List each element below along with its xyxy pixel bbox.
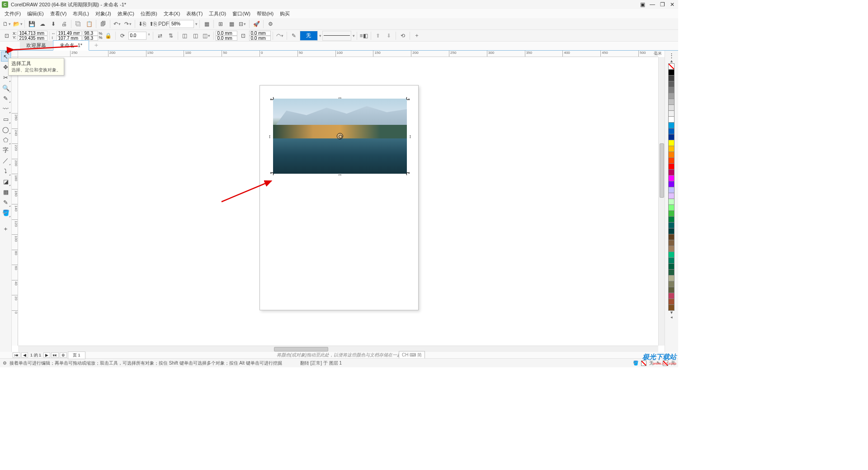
color-swatch[interactable]	[668, 187, 675, 193]
tab-welcome[interactable]: 欢迎屏幕	[20, 41, 52, 50]
menu-help[interactable]: 帮助(H)	[254, 9, 276, 18]
width-input[interactable]	[57, 31, 82, 36]
drop-shadow-tool[interactable]: ◪	[1, 176, 11, 186]
wrap-square-button[interactable]: ◫	[191, 31, 201, 41]
color-swatch[interactable]	[668, 204, 675, 211]
wrap-contour-button[interactable]: ◫▾	[202, 31, 212, 41]
menu-edit[interactable]: 编辑(E)	[24, 9, 47, 18]
add-tool-button[interactable]: ＋	[1, 224, 11, 234]
color-swatch[interactable]	[668, 199, 675, 205]
color-swatch[interactable]	[668, 157, 675, 164]
guides-button[interactable]: ⊟▾	[237, 19, 247, 29]
zoom-tool[interactable]: 🔍	[1, 83, 11, 93]
snap-button[interactable]: ⊞	[216, 19, 226, 29]
color-swatch[interactable]	[668, 299, 675, 305]
polygon-tool[interactable]: ⬠	[1, 135, 11, 145]
grid-button[interactable]: ▦	[226, 19, 236, 29]
undo-button[interactable]: ↶▾	[112, 19, 122, 29]
menu-buy[interactable]: 购买	[277, 9, 292, 18]
corner-radius-3-input[interactable]	[249, 31, 271, 36]
color-swatch[interactable]	[668, 228, 675, 234]
color-swatch[interactable]	[668, 246, 675, 252]
color-swatch[interactable]	[668, 87, 675, 93]
menu-view[interactable]: 查看(V)	[47, 9, 70, 18]
zoom-dropdown-icon[interactable]: ▾	[195, 22, 198, 26]
color-swatch[interactable]	[668, 287, 675, 293]
skew-handle-right[interactable]: ↕	[409, 133, 412, 139]
page-last-button[interactable]: ⏭	[51, 352, 59, 358]
menu-tools[interactable]: 工具(O)	[206, 9, 229, 18]
rotate-handle-tl[interactable]: ⤾	[269, 95, 276, 101]
corner-lock-icon[interactable]: ⊡	[238, 31, 248, 41]
menu-bitmaps[interactable]: 位图(B)	[138, 9, 160, 18]
page-add-button[interactable]: ⊕	[60, 352, 67, 358]
color-swatch[interactable]	[668, 269, 675, 275]
color-swatch[interactable]	[668, 275, 675, 281]
mirror-v-button[interactable]: ⇅	[166, 31, 176, 41]
skew-handle-bottom[interactable]: ↔	[338, 172, 343, 177]
tab-document-1[interactable]: 未命名 -1*	[53, 40, 89, 51]
color-swatch[interactable]	[668, 140, 675, 146]
x-position-input[interactable]	[18, 31, 47, 36]
corner-radius-1-input[interactable]	[216, 31, 237, 36]
outline-style-dropdown-icon[interactable]: ▾	[352, 33, 355, 38]
color-swatch[interactable]	[668, 193, 675, 199]
zoom-input[interactable]	[170, 20, 194, 28]
color-swatch[interactable]	[668, 281, 675, 287]
page-tab-1[interactable]: 页 1	[68, 351, 85, 359]
color-swatch[interactable]	[668, 69, 675, 76]
transparency-tool[interactable]: ▩	[1, 187, 11, 197]
color-swatch[interactable]	[668, 175, 675, 181]
horizontal-scrollbar[interactable]	[18, 346, 658, 352]
freehand-tool[interactable]: ✎	[1, 93, 11, 103]
publish-pdf-button[interactable]: PDF	[159, 19, 169, 29]
skew-handle-left[interactable]: ↕	[269, 133, 271, 139]
help-icon[interactable]: ▣	[638, 1, 646, 8]
horizontal-ruler[interactable]: 5010015020025005010015020025030035040045…	[18, 51, 658, 57]
color-swatch[interactable]	[668, 128, 675, 134]
color-swatch[interactable]	[668, 146, 675, 152]
to-front-button[interactable]: ⬆	[373, 31, 383, 41]
color-swatch[interactable]	[668, 81, 675, 87]
color-swatch[interactable]	[668, 210, 675, 217]
color-swatch[interactable]	[668, 152, 675, 158]
color-swatch[interactable]	[668, 122, 675, 128]
scale-x-input[interactable]	[83, 31, 98, 36]
color-swatch[interactable]	[668, 181, 675, 187]
page-first-button[interactable]: ⏮	[13, 352, 20, 358]
palette-flyout-icon[interactable]: ◂	[669, 315, 675, 319]
menu-effects[interactable]: 效果(C)	[115, 9, 137, 18]
corner-radius-2-input[interactable]	[216, 36, 237, 41]
fill-dropdown-icon[interactable]: ▾	[319, 33, 321, 38]
fill-indicator-icon[interactable]: 🪣	[633, 361, 638, 366]
corner-radius-4-input[interactable]	[249, 36, 271, 41]
color-swatch[interactable]	[668, 116, 675, 123]
color-swatch[interactable]	[668, 222, 675, 228]
color-swatch[interactable]	[668, 99, 675, 105]
paste-button[interactable]: 📋	[84, 19, 94, 29]
save-button[interactable]: 💾	[27, 19, 37, 29]
open-button[interactable]: 📂▾	[13, 19, 23, 29]
menu-object[interactable]: 对象(J)	[93, 9, 114, 18]
redo-button[interactable]: ↷▾	[123, 19, 133, 29]
rectangle-tool[interactable]: ▭	[1, 114, 11, 124]
wrap-para-button[interactable]: ◫	[180, 31, 190, 41]
color-swatch[interactable]	[668, 234, 675, 240]
minimize-icon[interactable]: —	[648, 1, 656, 8]
color-swatch[interactable]	[668, 104, 675, 111]
page-next-button[interactable]: ▶	[43, 352, 50, 358]
parallel-dim-tool[interactable]: ／	[1, 156, 11, 166]
text-tool[interactable]: 字	[1, 145, 11, 155]
export-button[interactable]: ⬆⎘	[148, 19, 158, 29]
eyedropper-tool[interactable]: ✎	[1, 197, 11, 207]
color-swatch[interactable]	[668, 240, 675, 246]
height-input[interactable]	[57, 36, 82, 41]
launch-button[interactable]: 🚀	[251, 19, 261, 29]
gear-icon[interactable]: ⚙	[3, 361, 7, 366]
copy-button[interactable]: ⿻	[73, 19, 83, 29]
menu-table[interactable]: 表格(T)	[184, 9, 205, 18]
color-swatch[interactable]	[668, 252, 675, 258]
color-swatch[interactable]	[668, 263, 675, 270]
menu-text[interactable]: 文本(X)	[161, 9, 183, 18]
print-button[interactable]: 🖨	[59, 19, 69, 29]
